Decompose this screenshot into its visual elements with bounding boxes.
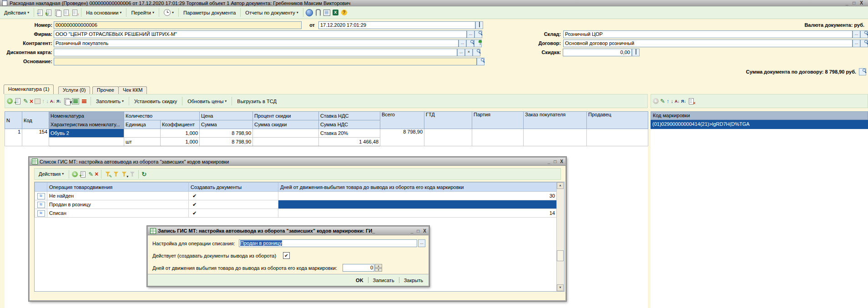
add-marking-icon[interactable]: + xyxy=(653,98,659,104)
cell-operation[interactable]: Не найден xyxy=(47,192,189,200)
basis-open-button[interactable] xyxy=(477,58,484,65)
end-edit-icon[interactable] xyxy=(35,99,40,104)
discount-card-clear-button[interactable]: × xyxy=(465,49,473,56)
report-icon[interactable] xyxy=(323,9,331,16)
help-icon[interactable]: ? xyxy=(340,9,348,16)
cell-code[interactable]: 154 xyxy=(22,129,49,146)
date-field[interactable]: 17.12.2020 17:01:29 xyxy=(318,21,475,29)
close-button[interactable]: X xyxy=(860,0,863,5)
money-out-icon[interactable]: ↑ xyxy=(71,9,79,16)
attachments-icon[interactable] xyxy=(314,9,322,16)
cell-seller[interactable] xyxy=(587,129,648,146)
cell-create-check[interactable]: ✔ xyxy=(189,192,278,200)
cell-days[interactable]: 30 xyxy=(278,192,557,200)
filter-setup-icon[interactable]: ✎ xyxy=(104,171,111,178)
copy-list-menu-icon[interactable]: ▾ xyxy=(63,97,71,105)
on-basis-menu-button[interactable]: На основании ▾ xyxy=(84,9,124,16)
cell-row-icon[interactable]: ≈ xyxy=(35,192,47,200)
warehouse-open-button[interactable] xyxy=(860,30,868,38)
marking-move-down-icon[interactable]: ↓ xyxy=(671,99,673,104)
cell-gtd[interactable] xyxy=(424,129,472,146)
list-dialog-minimize-button[interactable]: _ xyxy=(548,159,550,164)
record-dialog-close-button[interactable]: X xyxy=(423,229,426,233)
cell-days-selected[interactable] xyxy=(278,200,557,209)
spinner-up-icon[interactable]: ▲ xyxy=(375,264,382,268)
cell-vat-sum[interactable]: 1 466,48 xyxy=(319,138,380,146)
list-actions-menu-button[interactable]: Действия ▾ xyxy=(36,170,66,178)
tab-kkm-check[interactable]: Чек ККМ xyxy=(118,86,147,94)
marking-code-row[interactable]: (01)02900000000414(21)>lgRD7H(D%TGA xyxy=(651,120,868,129)
sort-descending-icon[interactable]: Я↓ xyxy=(56,99,61,104)
discount-card-select-button[interactable]: ... xyxy=(457,49,465,56)
number-field[interactable]: 000000000000006 xyxy=(54,21,302,29)
cell-price[interactable]: 8 798,90 xyxy=(200,129,253,138)
warehouse-select-button[interactable]: ... xyxy=(853,30,860,38)
list-copy-icon[interactable]: + xyxy=(79,170,87,178)
calculator-button[interactable] xyxy=(632,49,640,56)
cell-n[interactable]: 1 xyxy=(5,129,22,146)
marking-sort-descending-icon[interactable]: Я↓ xyxy=(681,99,686,104)
cell-total[interactable]: 8 798,90 xyxy=(380,129,424,146)
filter-history-icon[interactable]: ▾ xyxy=(121,171,127,178)
scrollbar-thumb[interactable] xyxy=(557,250,564,261)
set-discount-button[interactable]: Установить скидку xyxy=(132,98,179,105)
cell-vat-rate[interactable]: Ставка 20% xyxy=(319,129,380,138)
edit-marking-icon[interactable]: ✎ xyxy=(660,98,665,104)
operation-select-button[interactable]: ... xyxy=(418,239,425,247)
structure-icon[interactable] xyxy=(306,9,313,16)
list-dialog-close-button[interactable]: X xyxy=(560,159,563,164)
move-up-icon[interactable]: ↑ xyxy=(42,99,45,104)
delete-row-icon[interactable]: × xyxy=(30,98,33,104)
goto-menu-button[interactable]: Перейти ▾ xyxy=(129,9,156,16)
active-checkbox[interactable]: ✔ xyxy=(283,252,290,259)
counterparty-open-button[interactable] xyxy=(466,40,474,47)
update-prices-menu-button[interactable]: Обновить цены ▾ xyxy=(185,98,229,105)
total-open-button[interactable] xyxy=(859,68,866,75)
list-edit-icon[interactable]: ✎ xyxy=(88,171,93,177)
show-list-green-toggle[interactable] xyxy=(72,98,79,104)
fill-menu-button[interactable]: Заполнить ▾ xyxy=(94,98,126,105)
discount-field[interactable]: 0,00 xyxy=(563,49,632,56)
cell-operation[interactable]: Списан xyxy=(47,209,189,218)
document-reports-button[interactable]: Отчеты по документу ▾ xyxy=(243,9,301,16)
marking-move-up-icon[interactable]: ↑ xyxy=(666,99,669,104)
record-dialog-minimize-button[interactable]: _ xyxy=(411,229,414,233)
tab-services[interactable]: Услуги (0) xyxy=(58,86,90,94)
scroll-down-button[interactable]: ▼ xyxy=(557,284,564,291)
restore-button[interactable]: □ xyxy=(853,0,855,5)
sort-ascending-icon[interactable]: А↓ xyxy=(50,99,55,104)
document-params-button[interactable]: Параметры документа xyxy=(181,9,238,16)
record-dialog-maximize-button[interactable]: □ xyxy=(417,229,419,233)
days-spinner[interactable]: ▲ ▼ xyxy=(375,264,382,272)
add-row-icon[interactable]: + xyxy=(7,98,13,104)
cell-operation[interactable]: Продан в розницу xyxy=(47,200,189,209)
operation-setting-field[interactable]: Продан в розницу xyxy=(239,239,417,247)
vertical-scrollbar[interactable]: ▲ ▼ xyxy=(556,182,564,291)
cell-days[interactable]: 14 xyxy=(278,209,557,218)
cell-discount-percent[interactable] xyxy=(253,129,319,138)
spinner-down-icon[interactable]: ▼ xyxy=(375,268,382,272)
cell-nomenclature-selected[interactable]: Обувь 2 xyxy=(49,129,124,138)
cell-discount-sum[interactable] xyxy=(253,138,319,146)
copy-document-icon[interactable] xyxy=(54,9,61,16)
filter-disable-icon[interactable] xyxy=(129,171,136,178)
cell-create-check[interactable]: ✔ xyxy=(189,200,278,209)
excel-export-icon[interactable]: X xyxy=(332,9,339,16)
filter-by-value-icon[interactable] xyxy=(112,171,119,178)
cell-sum[interactable]: 8 798,90 xyxy=(200,138,253,146)
days-field[interactable]: 0 xyxy=(343,264,374,272)
marking-sort-ascending-icon[interactable]: А↓ xyxy=(675,99,680,104)
firm-field[interactable]: ООО "ЦЕНТР ОТРАСЛЕВЫХ РЕШЕНИЙ ШТРИХ-М" xyxy=(54,30,467,38)
copy-row-icon[interactable]: + xyxy=(14,97,22,105)
delete-marking-icon[interactable]: × xyxy=(687,97,695,105)
counterparty-select-button[interactable]: ... xyxy=(459,40,466,47)
minimize-button[interactable]: _ xyxy=(846,0,848,5)
cell-create-check[interactable]: ✔ xyxy=(189,209,278,218)
contract-select-button[interactable]: ... xyxy=(853,40,860,47)
cell-coefficient[interactable]: 1,000 xyxy=(161,129,200,138)
basis-field[interactable] xyxy=(54,58,477,65)
show-list-red-toggle[interactable] xyxy=(81,98,88,104)
reread-document-icon[interactable]: ↻ xyxy=(45,9,53,16)
actions-menu-button[interactable]: Действия ▾ xyxy=(2,9,31,16)
firm-select-button[interactable]: ... xyxy=(467,30,474,38)
